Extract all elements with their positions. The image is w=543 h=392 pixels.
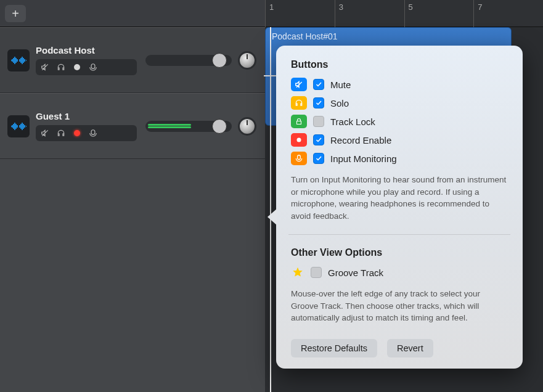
lock-icon [291,115,307,128]
checkbox-groove-track[interactable] [311,267,322,278]
checkbox-mute[interactable] [313,79,324,90]
add-track-button[interactable]: + [5,5,26,22]
input-monitor-button[interactable] [85,60,101,74]
track-buttons [36,59,137,75]
record-icon [74,130,80,136]
solo-button[interactable] [53,60,69,74]
mute-button[interactable] [37,60,53,74]
option-label: Groove Track [328,267,383,278]
track-row[interactable]: Podcast Host [0,27,265,93]
slider-thumb[interactable] [212,53,227,68]
timeline-ruler[interactable]: 1 3 5 7 [265,0,543,27]
mute-icon [41,129,49,137]
pan-knob[interactable] [238,51,256,70]
record-icon [291,133,307,147]
checkbox-record-enable[interactable] [313,134,324,145]
option-label: Record Enable [330,135,391,145]
option-row-mute: Mute [291,78,508,91]
track-buttons [36,125,137,141]
volume-slider[interactable] [145,55,232,66]
track-row[interactable]: Guest 1 [0,93,265,159]
ruler-mark: 7 [473,0,543,27]
record-enable-button[interactable] [69,126,85,140]
restore-defaults-button[interactable]: Restore Defaults [291,339,377,357]
input-monitor-button[interactable] [85,126,101,140]
track-header-config-popover: Buttons Mute Solo Track Lock Record Enab… [276,46,523,369]
record-icon [74,64,80,70]
volume-slider[interactable] [145,121,232,132]
waveform-icon [10,56,27,65]
option-row-lock: Track Lock [291,115,508,128]
checkbox-solo[interactable] [313,97,324,108]
headphones-icon [57,63,65,71]
ruler-mark: 3 [335,0,404,27]
mute-icon [41,63,49,71]
track-name: Guest 1 [36,111,137,121]
track-type-icon [7,115,30,137]
track-name: Podcast Host [36,45,137,55]
headphones-icon [291,96,307,110]
option-row-solo: Solo [291,96,508,110]
divider [288,234,510,235]
mute-icon [291,78,307,91]
input-monitor-icon [89,63,97,71]
region-title: Podcast Host#01 [266,28,511,45]
input-monitor-icon [89,129,97,137]
star-icon [291,266,304,279]
option-label: Mute [330,80,351,90]
plus-icon: + [12,7,19,20]
option-row-groove: Groove Track [291,266,508,279]
option-label: Solo [330,98,349,108]
checkbox-track-lock[interactable] [313,116,324,127]
groove-tip-text: Mouse-over the left edge of any track to… [291,288,508,324]
option-label: Track Lock [330,116,375,127]
mute-button[interactable] [37,126,53,140]
option-label: Input Monitoring [330,153,397,164]
solo-button[interactable] [53,126,69,140]
revert-button[interactable]: Revert [387,339,433,357]
headphones-icon [57,129,65,137]
waveform-icon [10,122,27,131]
checkbox-input-monitoring[interactable] [313,153,324,164]
track-type-icon [7,49,30,71]
svg-point-0 [297,138,301,142]
option-row-input-monitor: Input Monitoring [291,152,508,165]
pan-knob[interactable] [238,117,256,136]
record-enable-button[interactable] [69,60,85,74]
slider-thumb[interactable] [212,119,227,134]
section-title: Other View Options [291,247,508,258]
ruler-mark: 5 [404,0,474,27]
input-monitor-icon [291,152,307,165]
option-row-record: Record Enable [291,133,508,147]
section-title: Buttons [291,59,508,70]
track-list: Podcast Host [0,27,265,392]
buttons-tip-text: Turn on Input Monitoring to hear sound f… [291,174,508,222]
ruler-mark: 1 [265,0,335,27]
